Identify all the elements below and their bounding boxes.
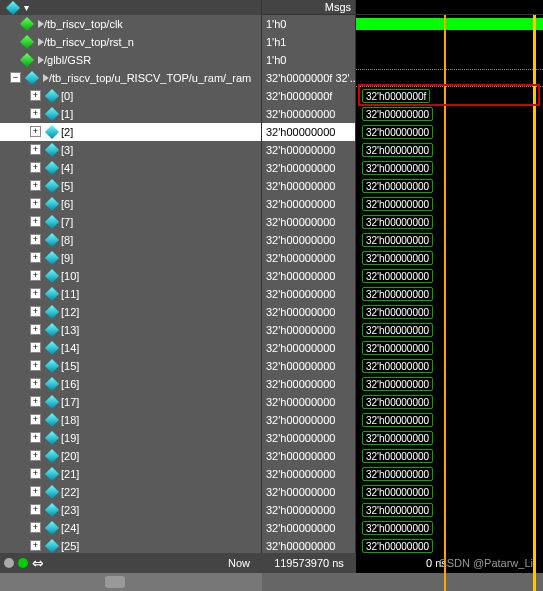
signal-value[interactable]: 32'h00000000 <box>262 519 355 537</box>
expand-toggle[interactable]: + <box>30 180 41 191</box>
wave-row[interactable]: 32'h00000000 <box>356 303 543 321</box>
expand-toggle[interactable]: + <box>30 540 41 551</box>
expand-toggle[interactable]: + <box>30 522 41 533</box>
wave-row[interactable]: 32'h00000000 <box>356 501 543 519</box>
wave-row[interactable]: 32'h00000000 <box>356 141 543 159</box>
signal-value[interactable]: 32'h00000000 <box>262 483 355 501</box>
signal-row[interactable]: + [12] <box>0 303 261 321</box>
signal-row[interactable]: + [6] <box>0 195 261 213</box>
signal-row[interactable]: + [23] <box>0 501 261 519</box>
signal-value[interactable]: 32'h00000000 <box>262 501 355 519</box>
signal-row[interactable]: + [7] <box>0 213 261 231</box>
expand-toggle[interactable]: + <box>30 378 41 389</box>
wave-row[interactable]: 32'h00000000 <box>356 393 543 411</box>
wave-row[interactable]: 32'h00000000 <box>356 429 543 447</box>
expand-toggle[interactable]: − <box>10 72 21 83</box>
expand-toggle[interactable]: + <box>30 486 41 497</box>
signal-value[interactable]: 32'h00000000 <box>262 177 355 195</box>
expand-toggle[interactable]: + <box>30 306 41 317</box>
expand-toggle[interactable]: + <box>30 324 41 335</box>
dropdown-icon[interactable]: ▾ <box>24 2 29 13</box>
expand-toggle[interactable]: + <box>30 342 41 353</box>
signal-row[interactable]: + [4] <box>0 159 261 177</box>
signal-row[interactable]: + [22] <box>0 483 261 501</box>
signal-row[interactable]: + [5] <box>0 177 261 195</box>
footer-icon-1[interactable] <box>4 558 14 568</box>
signal-row[interactable]: /tb_riscv_top/rst_n <box>0 33 261 51</box>
signal-row[interactable]: + [18] <box>0 411 261 429</box>
signal-row[interactable]: + [10] <box>0 267 261 285</box>
diamond-icon[interactable] <box>6 0 20 14</box>
signal-row[interactable]: + [1] <box>0 105 261 123</box>
expand-toggle[interactable]: + <box>30 270 41 281</box>
expand-toggle[interactable]: + <box>30 144 41 155</box>
expand-toggle[interactable]: + <box>30 360 41 371</box>
signal-value[interactable]: 32'h00000000 <box>262 357 355 375</box>
signal-value[interactable]: 32'h00000000 <box>262 123 355 141</box>
signal-row[interactable]: + [16] <box>0 375 261 393</box>
wave-row[interactable] <box>356 15 543 33</box>
expand-toggle[interactable]: + <box>30 288 41 299</box>
signal-value[interactable]: 32'h0000000f <box>262 87 355 105</box>
wave-row[interactable]: 32'h00000000 <box>356 465 543 483</box>
wave-row[interactable]: 32'h00000000 <box>356 249 543 267</box>
signal-value[interactable]: 32'h00000000 <box>262 393 355 411</box>
wave-row[interactable] <box>356 51 543 69</box>
horizontal-scrollbar[interactable] <box>0 573 543 591</box>
scrollbar-thumb[interactable] <box>105 576 125 588</box>
footer-icon-2[interactable] <box>18 558 28 568</box>
expand-toggle[interactable]: + <box>30 234 41 245</box>
signal-row[interactable]: + [19] <box>0 429 261 447</box>
resize-handle-icon[interactable]: ⇔ <box>32 555 44 571</box>
signal-value[interactable]: 32'h00000000 <box>262 105 355 123</box>
expand-toggle[interactable]: + <box>30 396 41 407</box>
expand-toggle[interactable]: + <box>30 252 41 263</box>
expand-toggle[interactable]: + <box>30 504 41 515</box>
wave-row[interactable]: 32'h00000000 <box>356 519 543 537</box>
signal-row[interactable]: + [21] <box>0 465 261 483</box>
expand-toggle[interactable]: + <box>30 468 41 479</box>
expand-toggle[interactable]: + <box>30 108 41 119</box>
signal-value[interactable]: 1'h1 <box>262 33 355 51</box>
wave-row[interactable]: 32'h00000000 <box>356 159 543 177</box>
signal-value[interactable]: 32'h00000000 <box>262 249 355 267</box>
wave-row[interactable]: 32'h00000000 <box>356 321 543 339</box>
signal-value[interactable]: 1'h0 <box>262 15 355 33</box>
signal-value[interactable]: 32'h00000000 <box>262 465 355 483</box>
signal-row[interactable]: + [14] <box>0 339 261 357</box>
signal-value[interactable]: 32'h00000000 <box>262 303 355 321</box>
wave-row[interactable]: 32'h00000000 <box>356 447 543 465</box>
expand-toggle[interactable]: + <box>30 216 41 227</box>
wave-row[interactable]: 32'h00000000 <box>356 177 543 195</box>
expand-toggle[interactable]: + <box>30 126 41 137</box>
signal-value[interactable]: 32'h00000000 <box>262 213 355 231</box>
expand-toggle[interactable]: + <box>30 432 41 443</box>
wave-row[interactable]: 32'h00000000 <box>356 105 543 123</box>
signal-row[interactable]: − /tb_riscv_top/u_RISCV_TOP/u_ram/_ram <box>0 69 261 87</box>
signal-value[interactable]: 32'h00000000 <box>262 141 355 159</box>
signal-value[interactable]: 32'h00000000 <box>262 231 355 249</box>
signal-row[interactable]: + [3] <box>0 141 261 159</box>
signal-row[interactable]: + [15] <box>0 357 261 375</box>
wave-row[interactable]: 32'h00000000 <box>356 339 543 357</box>
signal-value[interactable]: 32'h00000000 <box>262 159 355 177</box>
expand-toggle[interactable]: + <box>30 198 41 209</box>
signal-row[interactable]: + [0] <box>0 87 261 105</box>
wave-row[interactable]: 32'h00000000 <box>356 231 543 249</box>
signal-row[interactable]: + [8] <box>0 231 261 249</box>
signal-value[interactable]: 32'h00000000 <box>262 447 355 465</box>
signal-value[interactable]: 32'h0000000f 32'... <box>262 69 355 87</box>
wave-row[interactable]: 32'h00000000 <box>356 267 543 285</box>
signal-row[interactable]: + [9] <box>0 249 261 267</box>
wave-row[interactable]: 32'h00000000 <box>356 123 543 141</box>
signal-value[interactable]: 32'h00000000 <box>262 411 355 429</box>
signal-value[interactable]: 32'h00000000 <box>262 375 355 393</box>
wave-row[interactable]: 32'h00000000 <box>356 213 543 231</box>
expand-toggle[interactable]: + <box>30 90 41 101</box>
signal-row[interactable]: /glbl/GSR <box>0 51 261 69</box>
wave-row[interactable]: 32'h00000000 <box>356 483 543 501</box>
signal-value[interactable]: 32'h00000000 <box>262 267 355 285</box>
wave-row[interactable] <box>356 33 543 51</box>
wave-row[interactable]: 32'h00000000 <box>356 195 543 213</box>
signal-row[interactable]: + [20] <box>0 447 261 465</box>
